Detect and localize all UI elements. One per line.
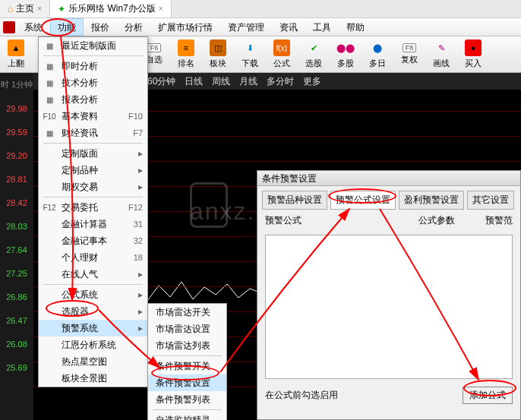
price-value: 29.98 — [0, 96, 33, 120]
submenu-item[interactable]: 条件预警开关 — [148, 358, 226, 374]
price-value: 27.25 — [0, 261, 33, 285]
menu-item[interactable]: 个人理财18 — [39, 249, 147, 266]
formula-list[interactable] — [265, 235, 513, 379]
menu-item[interactable]: 板块全景图 — [39, 370, 147, 387]
dlg-tab-3[interactable]: 其它设置 — [467, 191, 514, 210]
tool-multiday[interactable]: ⬤多日 — [362, 36, 393, 72]
tab-home[interactable]: ⌂ 主页 × — [0, 0, 50, 17]
shortcut: F7 — [133, 128, 143, 137]
menu-asset[interactable]: 资产管理 — [220, 18, 272, 36]
menu-item[interactable]: 选股器▸ — [39, 303, 147, 320]
menu-extend[interactable]: 扩展市场行情 — [150, 18, 220, 36]
menu-item[interactable]: F10基本资料F10 — [39, 108, 147, 125]
tool-block[interactable]: ◫板块 — [202, 36, 234, 72]
menu-system[interactable]: 系统 — [17, 18, 50, 36]
menu-label: 期权交易 — [62, 181, 98, 194]
menu-label: 即时分析 — [62, 60, 98, 73]
col-header: 预警范 — [485, 214, 513, 227]
menu-item[interactable]: 金融计算器31 — [39, 216, 147, 232]
submenu-item[interactable]: 自选监控精灵 — [148, 412, 226, 420]
dlg-tab-1[interactable]: 预警公式设置 — [330, 191, 396, 210]
price-sidebar: 时 1分钟 29.9829.5929.2028.8128.4228.0327.6… — [0, 73, 33, 420]
chevron-right-icon: ▸ — [138, 148, 143, 159]
menu-label: 江恩分析系统 — [62, 339, 116, 352]
menu-item[interactable]: 定制品种▸ — [39, 162, 147, 178]
tf-month[interactable]: 月线 — [239, 75, 257, 88]
menu-label: 热点星空图 — [62, 355, 107, 368]
menu-item[interactable]: ▦即时分析 — [39, 58, 147, 74]
menu-item[interactable]: ▦报表分析 — [39, 91, 147, 108]
tool-select[interactable]: ✔选股 — [298, 36, 330, 72]
chevron-right-icon: ▸ — [138, 289, 143, 300]
tool-download[interactable]: ⬇下载 — [234, 36, 266, 72]
menu-label: 定制版面 — [62, 147, 98, 160]
page-tabs: ⌂ 主页 × ✦ 乐乐网络 Win7办公版 × — [0, 0, 521, 18]
menu-quote[interactable]: 报价 — [84, 18, 117, 36]
add-formula-button[interactable]: 添加公式 — [463, 387, 513, 404]
price-value: 26.47 — [0, 308, 33, 332]
menu-label: 个人理财 — [62, 251, 98, 264]
submenu-item[interactable]: 市场雷达列表 — [148, 337, 226, 354]
menu-item[interactable]: 公式系统▸ — [39, 286, 147, 303]
tf-multi[interactable]: 多分时 — [267, 75, 294, 88]
tool-adjust[interactable]: F8复权 — [393, 36, 425, 72]
tool-rank[interactable]: ≡排名 — [170, 36, 202, 72]
tool-multi[interactable]: ⬤⬤多股 — [330, 36, 362, 72]
menu-help[interactable]: 帮助 — [339, 18, 372, 36]
submenu-item[interactable]: 条件预警列表 — [148, 391, 226, 408]
tab-app[interactable]: ✦ 乐乐网络 Win7办公版 × — [50, 0, 172, 17]
menu-item[interactable]: ▦技术分析 — [39, 74, 147, 91]
price-value: 27.64 — [0, 238, 33, 261]
tf-more[interactable]: 更多 — [303, 75, 321, 88]
tool-up[interactable]: ▲上翻 — [0, 36, 32, 72]
tool-label: 选股 — [305, 58, 322, 69]
tool-draw[interactable]: ✎画线 — [425, 36, 457, 72]
chevron-right-icon: ▸ — [138, 182, 143, 192]
tool-buy[interactable]: ●买入 — [457, 36, 489, 72]
menu-item[interactable]: ▦财经资讯F7 — [39, 125, 147, 141]
menu-item[interactable]: 定制版面▸ — [39, 145, 147, 162]
dlg-tab-2[interactable]: 盈利预警设置 — [399, 191, 464, 210]
menubar: 系统 功能 报价 分析 扩展市场行情 资产管理 资讯 工具 帮助 — [0, 18, 521, 36]
menu-item[interactable]: 在线人气▸ — [39, 266, 147, 283]
menu-item[interactable]: F12交易委托F12 — [39, 199, 147, 216]
app-icon — [3, 21, 15, 33]
submenu-item[interactable]: 市场雷达开关 — [148, 304, 226, 321]
dlg-tab-0[interactable]: 预警品种设置 — [262, 191, 327, 210]
close-icon[interactable]: × — [37, 5, 42, 13]
price-value: 26.86 — [0, 285, 33, 308]
close-icon[interactable]: × — [159, 5, 163, 13]
menu-function[interactable]: 功能 — [50, 18, 84, 36]
shortcut: F12 — [128, 203, 143, 212]
menu-label: 公式系统 — [62, 289, 98, 302]
menu-analysis[interactable]: 分析 — [117, 18, 150, 36]
menu-item[interactable]: 江恩分析系统 — [39, 336, 147, 353]
price-value: 29.20 — [0, 144, 33, 167]
menu-label: 基本资料 — [62, 110, 98, 123]
menu-tools[interactable]: 工具 — [305, 18, 339, 36]
menu-item[interactable]: 热点星空图 — [39, 353, 147, 370]
key-badge: F6 — [147, 43, 162, 52]
submenu-item[interactable]: 市场雷达设置 — [148, 321, 226, 337]
shortcut: 31 — [134, 219, 143, 229]
submenu-item[interactable]: 条件预警设置 — [148, 374, 226, 391]
menu-item[interactable]: 金融记事本32 — [39, 232, 147, 249]
menu-news[interactable]: 资讯 — [272, 18, 305, 36]
menu-item[interactable]: 预警系统▸ — [39, 320, 147, 336]
tool-label: 自选 — [146, 54, 163, 65]
tool-formula[interactable]: f(x)公式 — [266, 36, 298, 72]
price-value: 28.81 — [0, 167, 33, 191]
menu-label: 在线人气 — [62, 268, 98, 281]
tf-day[interactable]: 日线 — [185, 75, 203, 88]
function-dropdown: ▦最近定制版面▦即时分析▦技术分析▦报表分析F10基本资料F10▦财经资讯F7定… — [38, 36, 148, 387]
price-value: 26.08 — [0, 332, 33, 355]
menu-item[interactable]: ▦最近定制版面 — [39, 37, 147, 54]
menu-label: 板块全景图 — [62, 372, 107, 385]
shortcut: 18 — [134, 253, 143, 262]
tf-60m[interactable]: 60分钟 — [147, 75, 175, 88]
price-value: 28.42 — [0, 191, 33, 214]
tf-week[interactable]: 周线 — [212, 75, 230, 88]
dialog-tabs: 预警品种设置 预警公式设置 盈利预警设置 其它设置 — [257, 186, 520, 210]
menu-item[interactable]: 期权交易▸ — [39, 178, 147, 195]
tool-label: 画线 — [433, 58, 450, 69]
